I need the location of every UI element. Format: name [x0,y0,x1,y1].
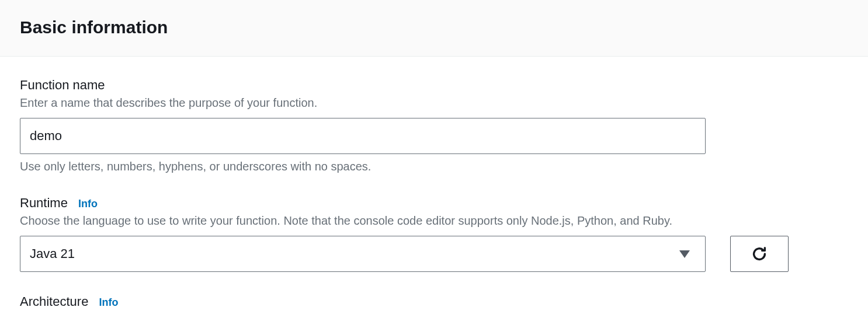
runtime-field: Runtime Info Choose the language to use … [20,196,848,272]
refresh-icon [751,245,768,263]
function-name-constraint: Use only letters, numbers, hyphens, or u… [20,160,848,173]
architecture-label: Architecture [20,294,88,309]
panel-content: Function name Enter a name that describe… [0,57,868,309]
runtime-label: Runtime [20,196,68,211]
chevron-down-icon [679,250,690,258]
panel-header: Basic information [0,0,868,57]
runtime-description: Choose the language to use to write your… [20,214,848,228]
function-name-input[interactable] [20,118,706,154]
function-name-field: Function name Enter a name that describe… [20,78,848,173]
architecture-field: Architecture Info [20,294,848,309]
function-name-description: Enter a name that describes the purpose … [20,96,848,110]
architecture-info-link[interactable]: Info [99,296,118,309]
panel-title: Basic information [20,18,848,37]
refresh-button[interactable] [730,236,789,272]
function-name-label: Function name [20,78,105,93]
runtime-info-link[interactable]: Info [78,198,98,210]
runtime-select[interactable]: Java 21 [20,236,706,272]
runtime-selected-value: Java 21 [30,246,75,261]
